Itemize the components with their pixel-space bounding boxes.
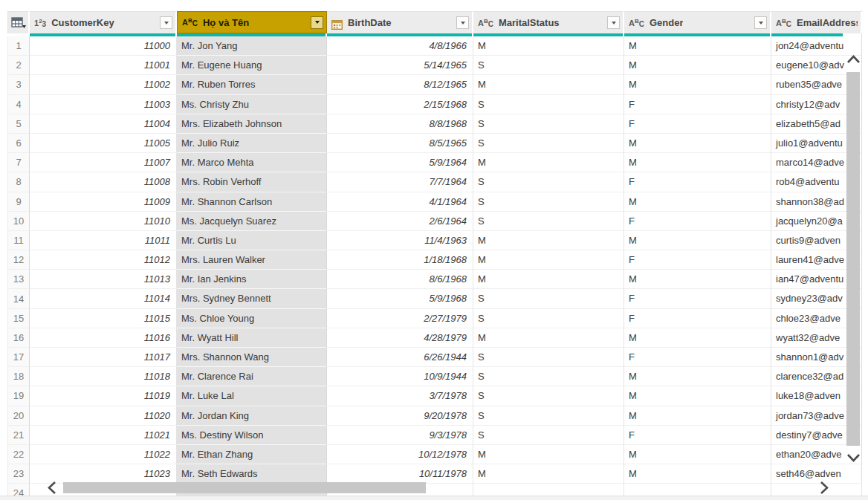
cell-key[interactable]: 11016 [30,328,177,348]
cell-marital[interactable]: S [473,114,624,134]
cell-gender[interactable]: M [624,328,771,348]
cell-gender[interactable]: M [624,153,771,172]
cell-birth[interactable]: 1/18/1968 [327,250,473,270]
row-number[interactable]: 1 [7,36,30,56]
scroll-right-button[interactable] [814,479,834,496]
row-number[interactable]: 23 [7,464,30,484]
row-number[interactable]: 17 [7,348,30,367]
column-header-gender[interactable]: ABCGender [624,11,771,33]
cell-gender[interactable]: F [624,348,771,367]
column-header-h-v-t-n[interactable]: ABCHọ và Tên [177,11,327,33]
cell-birth[interactable]: 11/4/1963 [327,231,473,250]
cell-marital[interactable]: S [473,406,624,426]
cell-name[interactable]: Mrs. Sydney Bennett [177,289,327,308]
row-number[interactable]: 4 [7,95,30,114]
scroll-up-button[interactable] [844,49,862,68]
cell-marital[interactable]: M [473,270,624,289]
row-number[interactable]: 19 [7,386,30,406]
cell-key[interactable]: 11019 [30,386,177,406]
cell-birth[interactable]: 10/9/1944 [327,367,473,386]
cell-gender[interactable]: F [624,426,771,445]
horizontal-scrollbar-thumb[interactable] [63,482,426,493]
cell-name[interactable]: Ms. Christy Zhu [177,95,327,114]
row-number[interactable]: 13 [7,270,30,289]
cell-gender[interactable]: M [624,386,771,406]
cell-name[interactable]: Mrs. Shannon Wang [177,348,327,367]
row-number[interactable]: 7 [7,153,30,172]
cell-name[interactable]: Mr. Luke Lal [177,386,327,406]
cell-birth[interactable]: 9/20/1978 [327,406,473,426]
cell-key[interactable]: 11017 [30,348,177,367]
cell-birth[interactable]: 8/12/1965 [327,75,473,94]
cell-marital[interactable]: S [473,192,624,212]
cell-gender[interactable]: F [624,114,771,134]
cell-gender[interactable]: M [624,231,771,250]
row-number[interactable]: 9 [7,192,30,212]
cell-key[interactable]: 11015 [30,309,177,328]
cell-birth[interactable]: 10/12/1978 [327,445,473,464]
cell-marital[interactable]: S [473,212,624,231]
cell-gender[interactable]: M [624,56,771,75]
cell-birth[interactable]: 8/5/1965 [327,134,473,153]
cell-marital[interactable]: S [473,309,624,328]
cell-key[interactable]: 11004 [30,114,177,134]
vertical-scrollbar-thumb[interactable] [846,72,860,446]
cell-marital[interactable]: S [473,95,624,114]
cell-name[interactable]: Mr. Eugene Huang [177,56,327,75]
cell-birth[interactable]: 4/1/1964 [327,192,473,212]
cell-marital[interactable]: M [473,328,624,348]
cell-gender[interactable]: M [624,134,771,153]
cell-key[interactable]: 11011 [30,231,177,250]
row-number[interactable]: 16 [7,328,30,348]
cell-gender[interactable]: M [624,367,771,386]
cell-marital[interactable]: S [473,289,624,308]
cell-name[interactable]: Mr. Julio Ruiz [177,134,327,153]
cell-marital[interactable]: M [473,75,624,94]
filter-dropdown-button[interactable] [160,16,172,29]
cell-birth[interactable]: 2/27/1979 [327,309,473,328]
cell-gender[interactable]: M [624,192,771,212]
cell-name[interactable]: Mr. Clarence Rai [177,367,327,386]
cell-marital[interactable]: S [473,386,624,406]
column-header-customerkey[interactable]: 123CustomerKey [30,11,177,33]
filter-dropdown-button[interactable] [607,16,620,29]
cell-marital[interactable]: S [473,367,624,386]
filter-dropdown-button[interactable] [754,16,767,29]
cell-name[interactable]: Mrs. Lauren Walker [177,250,327,270]
cell-birth[interactable]: 2/15/1968 [327,95,473,114]
cell-name[interactable]: Mr. Shannon Carlson [177,192,327,212]
cell-marital[interactable]: M [473,231,624,250]
row-number[interactable]: 21 [7,426,30,445]
cell-gender[interactable]: F [624,212,771,231]
row-number[interactable]: 14 [7,289,30,308]
column-header-birthdate[interactable]: BirthDate [327,11,473,33]
column-header-maritalstatus[interactable]: ABCMaritalStatus [473,11,624,33]
cell-key[interactable]: 11012 [30,250,177,270]
cell-key[interactable]: 11008 [30,172,177,192]
cell-key[interactable]: 11022 [30,445,177,464]
cell-gender[interactable]: M [624,445,771,464]
cell-key[interactable]: 11005 [30,134,177,153]
filter-dropdown-button[interactable] [311,16,323,29]
row-number[interactable]: 12 [7,250,30,270]
scroll-down-button[interactable] [844,448,862,467]
cell-marital[interactable]: S [473,134,624,153]
cell-name[interactable]: Ms. Chloe Young [177,309,327,328]
cell-gender[interactable]: F [624,289,771,308]
cell-marital[interactable]: M [473,36,624,56]
cell-key[interactable]: 11001 [30,56,177,75]
row-number[interactable]: 24 [7,484,30,496]
cell-birth[interactable]: 6/26/1944 [327,348,473,367]
cell-marital[interactable]: M [473,250,624,270]
row-number[interactable]: 20 [7,406,30,426]
cell-marital[interactable]: M [473,153,624,172]
cell-birth[interactable]: 8/6/1968 [327,270,473,289]
cell-gender[interactable]: F [624,172,771,192]
cell-marital[interactable] [473,484,624,496]
cell-name[interactable]: Mr. Jon Yang [177,36,327,56]
cell-marital[interactable]: S [473,348,624,367]
filter-dropdown-button[interactable] [456,16,469,29]
cell-name[interactable]: Ms. Jacquelyn Suarez [177,212,327,231]
cell-birth[interactable]: 3/7/1978 [327,386,473,406]
cell-name[interactable]: Mr. Ruben Torres [177,75,327,94]
